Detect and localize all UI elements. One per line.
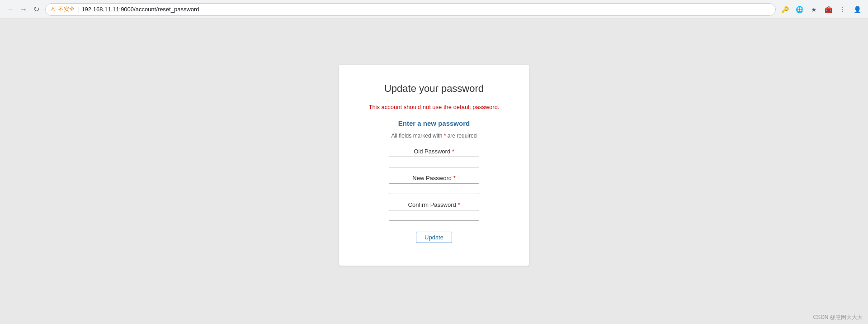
profile-icon[interactable]: 👤 <box>852 4 863 15</box>
page-content: Update your password This account should… <box>0 19 868 311</box>
translate-icon[interactable]: 🌐 <box>794 4 805 15</box>
browser-chrome: ← → ↻ ⚠ 不安全 | 192.168.11.11:9000/account… <box>0 0 868 19</box>
reload-button[interactable]: ↻ <box>31 4 42 15</box>
password-reset-card: Update your password This account should… <box>339 65 529 266</box>
browser-actions: 🔑 🌐 ★ 🧰 ⋮ 👤 <box>779 4 863 15</box>
watermark: CSDN @慧闲大大大 <box>813 314 863 320</box>
menu-icon[interactable]: ⋮ <box>837 4 848 15</box>
old-password-label: Old Password * <box>366 148 502 155</box>
section-title: Enter a new password <box>366 119 502 127</box>
password-form: Old Password * New Password * Confirm Pa… <box>366 148 502 243</box>
confirm-password-label: Confirm Password * <box>366 201 502 208</box>
bookmark-icon[interactable]: ★ <box>808 4 819 15</box>
confirm-password-input[interactable] <box>389 210 479 221</box>
address-separator: | <box>77 6 79 13</box>
insecure-label: 不安全 <box>58 5 75 13</box>
footer: CSDN @慧闲大大大 <box>0 311 868 324</box>
address-bar[interactable]: ⚠ 不安全 | 192.168.11.11:9000/account/reset… <box>45 3 776 16</box>
required-note-prefix: All fields marked with <box>392 133 444 139</box>
old-password-group: Old Password * <box>366 148 502 167</box>
new-password-group: New Password * <box>366 175 502 194</box>
nav-buttons: ← → ↻ <box>5 4 42 15</box>
update-button[interactable]: Update <box>416 232 452 243</box>
address-url: 192.168.11.11:9000/account/reset_passwor… <box>81 6 199 13</box>
confirm-password-group: Confirm Password * <box>366 201 502 221</box>
old-password-input[interactable] <box>389 157 479 167</box>
password-manager-icon[interactable]: 🔑 <box>779 4 790 15</box>
required-note: All fields marked with * are required <box>366 133 502 139</box>
new-password-label: New Password * <box>366 175 502 181</box>
forward-button[interactable]: → <box>18 4 29 15</box>
new-password-input[interactable] <box>389 183 479 194</box>
insecure-warning-icon: ⚠ <box>50 6 56 13</box>
extensions-icon[interactable]: 🧰 <box>823 4 834 15</box>
page-title: Update your password <box>366 83 502 95</box>
back-button[interactable]: ← <box>5 4 16 15</box>
required-note-suffix: are required <box>446 133 476 139</box>
warning-message: This account should not use the default … <box>366 104 502 110</box>
